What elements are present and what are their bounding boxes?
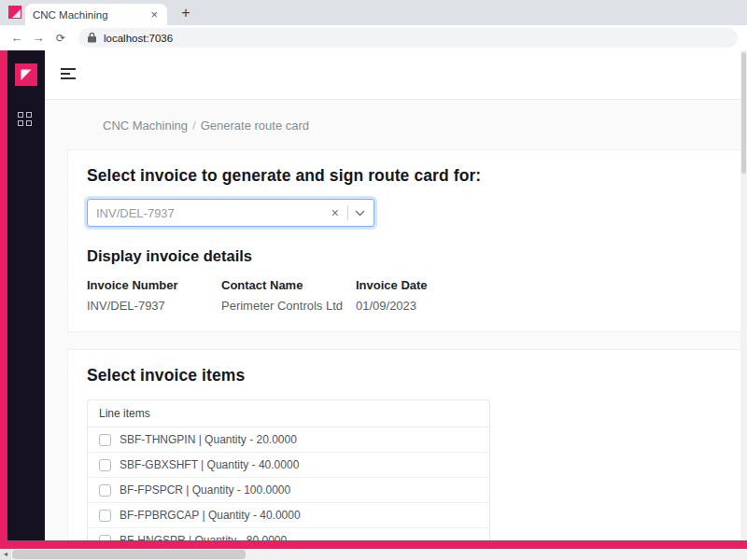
app-logo-icon[interactable]: [15, 63, 37, 86]
line-items-list: Line items SBF-THNGPIN | Quantity - 20.0…: [87, 399, 490, 540]
accent-strip-left: [0, 50, 7, 549]
page-content: CNC Machining/Generate route card Select…: [45, 100, 740, 540]
horizontal-scrollbar[interactable]: ◂: [0, 549, 747, 560]
refresh-icon[interactable]: ⟳: [51, 29, 70, 48]
column-header: Invoice Number: [87, 278, 221, 292]
forward-icon[interactable]: →: [29, 29, 48, 48]
accent-strip-bottom: [0, 540, 747, 549]
lock-icon[interactable]: [88, 30, 97, 47]
line-item-label: BF-FPBRGCAP | Quantity - 40.0000: [120, 509, 301, 522]
line-item-row[interactable]: BF-HNGSPR | Quantity - 80.0000: [88, 528, 489, 540]
app-header: [45, 50, 740, 100]
invoice-select-card: Select invoice to generate and sign rout…: [67, 149, 740, 332]
item-checkbox[interactable]: [99, 484, 111, 497]
breadcrumb-parent[interactable]: CNC Machining: [103, 119, 188, 133]
tab-title: CNC Machining: [33, 9, 148, 21]
url-text: localhost:7036: [104, 33, 173, 44]
browser-tab-strip: CNC Machining × +: [0, 0, 747, 25]
line-item-row[interactable]: SBF-THNGPIN | Quantity - 20.0000: [88, 427, 489, 453]
browser-address-row: ← → ⟳ localhost:7036: [0, 25, 747, 50]
item-checkbox[interactable]: [99, 535, 111, 541]
line-item-row[interactable]: BF-FPSPCR | Quantity - 100.0000: [88, 478, 489, 503]
invoice-date-value: 01/09/2023: [356, 299, 736, 313]
line-item-label: SBF-THNGPIN | Quantity - 20.0000: [120, 433, 297, 446]
combobox-divider: [347, 205, 348, 220]
dashboard-grid-icon[interactable]: [18, 112, 32, 126]
browser-tab[interactable]: CNC Machining ×: [25, 4, 167, 25]
address-bar[interactable]: localhost:7036: [78, 28, 738, 48]
item-checkbox[interactable]: [99, 510, 111, 522]
invoice-details-table: Invoice Number Contact Name Invoice Date…: [87, 278, 736, 313]
back-icon[interactable]: ←: [7, 29, 26, 48]
breadcrumb-separator: /: [188, 119, 201, 133]
line-item-row[interactable]: BF-FPBRGCAP | Quantity - 40.0000: [88, 503, 489, 528]
line-items-header: Line items: [88, 400, 489, 427]
column-header: Invoice Date: [356, 278, 736, 292]
invoice-number-value: INV/DEL-7937: [87, 299, 221, 313]
line-item-label: BF-HNGSPR | Quantity - 80.0000: [120, 534, 287, 540]
breadcrumb-current: Generate route card: [201, 119, 309, 133]
tab-close-icon[interactable]: ×: [148, 7, 160, 21]
column-header: Contact Name: [221, 278, 356, 292]
browser-window-icon: [8, 6, 21, 19]
invoice-items-heading: Select invoice items: [87, 366, 736, 385]
horizontal-scrollbar-thumb[interactable]: [12, 550, 246, 559]
contact-name-value: Perimeter Controls Ltd: [221, 299, 356, 313]
chevron-down-icon[interactable]: [355, 210, 365, 217]
menu-icon[interactable]: [61, 68, 78, 81]
invoice-select-heading: Select invoice to generate and sign rout…: [87, 166, 736, 186]
vertical-scrollbar[interactable]: [740, 50, 747, 540]
invoice-combobox-value: INV/DEL-7937: [96, 206, 328, 220]
clear-icon[interactable]: ×: [328, 205, 343, 220]
item-checkbox[interactable]: [99, 434, 111, 446]
vertical-scrollbar-thumb[interactable]: [741, 52, 746, 174]
invoice-details-heading: Display invoice details: [87, 247, 736, 265]
scroll-left-icon[interactable]: ◂: [0, 549, 11, 560]
line-item-label: SBF-GBXSHFT | Quantity - 40.0000: [120, 458, 299, 471]
new-tab-button[interactable]: +: [176, 3, 196, 23]
item-checkbox[interactable]: [99, 459, 111, 471]
line-item-row[interactable]: SBF-GBXSHFT | Quantity - 40.0000: [88, 453, 489, 478]
sidebar: [7, 50, 45, 540]
breadcrumb: CNC Machining/Generate route card: [103, 119, 740, 133]
invoice-combobox[interactable]: INV/DEL-7937 ×: [87, 199, 374, 227]
line-item-label: BF-FPSPCR | Quantity - 100.0000: [120, 483, 290, 497]
invoice-items-card: Select invoice items Line items SBF-THNG…: [67, 349, 740, 540]
